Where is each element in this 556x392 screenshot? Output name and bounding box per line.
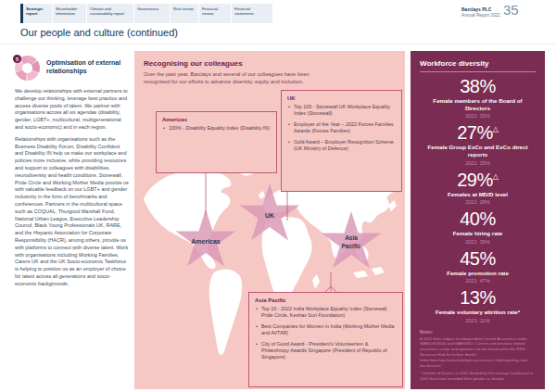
priority-number-badge: 5: [13, 55, 21, 63]
recognition-panel: Recognising our colleagues Over the past…: [134, 51, 405, 389]
stat-prior-year: 2021: 25%: [411, 160, 545, 166]
section-body: We develop relationships with external p…: [15, 88, 130, 288]
report-section-tabs: Strategic report Shareholder information…: [20, 4, 273, 23]
stat-board-members: 38% Female members of the Board of Direc…: [411, 77, 545, 119]
award-bullet: Gold Award – Employer Recognition Scheme…: [287, 139, 396, 152]
stat-label: Female members of the Board of Directors: [422, 97, 534, 112]
award-bullet: Employer of the Year – 2022 Forces Famil…: [287, 121, 396, 134]
map-label-americas: Americas: [191, 238, 221, 245]
assurance-triangle-icon: △: [493, 125, 499, 133]
page-title: Our people and culture (continued): [20, 27, 178, 38]
award-box-asia-pacific: Asia Pacific Top 10 - 2022 India Workpla…: [248, 292, 403, 387]
workforce-diversity-heading: Workforce diversity: [420, 59, 536, 72]
map-label-pacific: Pacific: [342, 243, 361, 249]
stat-hiring-rate: 40% Female hiring rate 2021: 39%: [411, 209, 545, 244]
section-heading: Optimisation of external relationships: [46, 56, 130, 75]
island-uk: [259, 191, 265, 199]
award-bullet: City of Good Award - President's Volunte…: [255, 341, 397, 360]
assurance-triangle-icon: △: [493, 172, 499, 181]
stat-value: 13%: [411, 288, 545, 307]
stat-value: 40%: [411, 209, 545, 228]
tab-climate-sustainability-report[interactable]: Climate and sustainability report: [87, 4, 133, 23]
award-box-title: Americas: [162, 117, 271, 122]
stat-exco-direct-reports: 27%△ Female Group ExCo and ExCo direct r…: [411, 123, 545, 165]
award-bullet: 100% - Disability Equality Index (Disabi…: [162, 125, 271, 132]
stat-label: Female promotion rate: [422, 270, 534, 277]
island-madagascar: [312, 274, 320, 289]
stat-voluntary-attrition-rate: 13% Female voluntary attrition rate* 202…: [411, 288, 545, 322]
stat-label: Females at MD/D level: [422, 191, 534, 198]
award-bullet: Top 100 - Stonewall UK Workplace Equalit…: [287, 104, 396, 117]
tab-shareholder-information[interactable]: Shareholder information: [53, 4, 86, 23]
stat-prior-year: 2021: 11%: [411, 318, 545, 323]
award-bullet: Best Companies for Women in India (Worki…: [255, 323, 397, 336]
recognition-intro: Over the past year, Barclays and several…: [144, 71, 331, 86]
stat-value: 38%: [411, 77, 545, 95]
islands-indonesia: [353, 271, 368, 278]
stat-value: 45%: [411, 249, 545, 268]
award-box-americas: Americas 100% - Disability Equality Inde…: [156, 111, 277, 173]
notes-title: Notes:: [420, 330, 536, 335]
page-number: 35: [503, 2, 519, 18]
tab-financial-review[interactable]: Financial review: [199, 4, 231, 23]
left-text-column: 5 Optimisation of external relationships…: [15, 56, 130, 293]
continent-africa: [262, 217, 312, 302]
note-assurance: Δ 2022 data subject to independent Limit…: [420, 336, 536, 369]
mosaic-donut-icon: 5: [15, 56, 40, 81]
tab-risk-review[interactable]: Risk review: [171, 4, 198, 23]
map-label-uk: UK: [265, 212, 274, 219]
islands-indonesia-east: [372, 267, 385, 275]
award-list: Top 10 - 2022 India Workplace Equality I…: [255, 306, 397, 360]
body-paragraph: Relationships with organisations such as…: [15, 136, 130, 288]
continent-south-america: [209, 270, 242, 356]
tab-financial-statements[interactable]: Financial statements: [232, 4, 272, 23]
body-paragraph: We develop relationships with external p…: [15, 88, 130, 132]
recognition-heading: Recognising our colleagues: [144, 59, 243, 68]
award-box-uk: UK Top 100 - Stonewall UK Workplace Equa…: [281, 90, 402, 192]
stat-md-d-level: 29%△ Females at MD/D level 2021: 28%: [411, 171, 545, 205]
stat-promotion-rate: 45% Female promotion rate 2021: 47%: [411, 249, 545, 284]
stat-value: 29%△: [411, 171, 545, 189]
award-box-title: Asia Pacific: [255, 297, 397, 303]
stat-prior-year: 2021: 39%: [411, 239, 545, 245]
stat-label: Female Group ExCo and ExCo direct report…: [422, 144, 534, 158]
stat-prior-year: 2021: 28%: [411, 199, 545, 205]
award-list: Top 100 - Stonewall UK Workplace Equalit…: [287, 104, 396, 152]
header-divider: [0, 44, 556, 44]
stat-label: Female voluntary attrition rate*: [422, 309, 534, 316]
note-attrition-definition: * Volume of leavers in 2022 divided by t…: [420, 371, 536, 382]
tab-strategic-report[interactable]: Strategic report: [20, 4, 52, 23]
map-label-asia: Asia: [345, 234, 358, 241]
stat-prior-year: 2021: 47%: [411, 278, 545, 284]
stat-prior-year: 2021: 33%: [411, 113, 545, 119]
stat-label: Female hiring rate: [422, 230, 534, 237]
workforce-diversity-panel: Workforce diversity 38% Female members o…: [411, 51, 545, 389]
workforce-notes: Notes: Δ 2022 data subject to independen…: [420, 330, 536, 382]
award-box-title: UK: [287, 95, 396, 101]
tab-governance[interactable]: Governance: [134, 4, 170, 23]
award-list: 100% - Disability Equality Index (Disabi…: [162, 125, 271, 132]
stat-value: 27%△: [411, 123, 545, 142]
award-bullet: Top 10 - 2022 India Workplace Equality I…: [255, 306, 397, 319]
island-japan: [388, 200, 397, 211]
